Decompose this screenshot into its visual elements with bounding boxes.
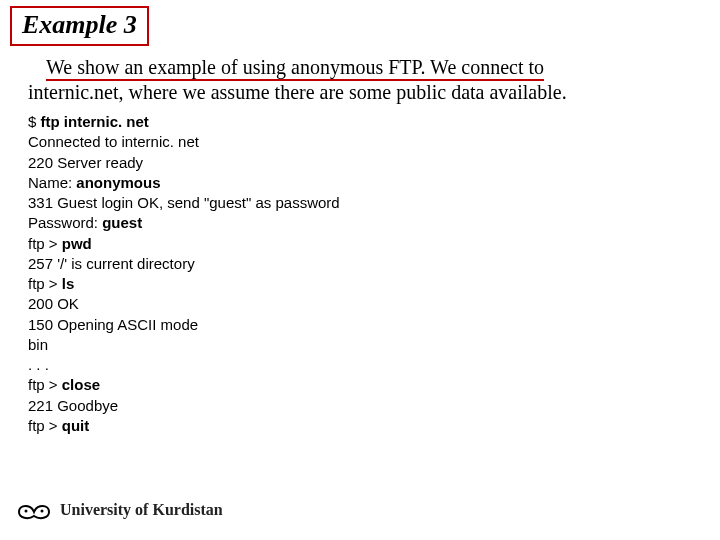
- term-line: Connected to internic. net: [28, 132, 340, 152]
- term-line: 257 '/' is current directory: [28, 254, 340, 274]
- term-line: 150 Opening ASCII mode: [28, 315, 340, 335]
- university-logo-icon: [16, 498, 52, 522]
- example-title: Example 3: [22, 10, 137, 39]
- term-line: . . .: [28, 355, 340, 375]
- body-line-2: internic.net, where we assume there are …: [28, 81, 567, 103]
- footer-org: University of Kurdistan: [60, 501, 223, 519]
- body-paragraph: We show an example of using anonymous FT…: [28, 55, 700, 105]
- footer: University of Kurdistan: [16, 498, 223, 522]
- svg-point-0: [25, 510, 28, 513]
- example-header-box: Example 3: [10, 6, 149, 46]
- term-line: 221 Goodbye: [28, 396, 340, 416]
- term-line: ftp > ls: [28, 274, 340, 294]
- term-line: $ ftp internic. net: [28, 112, 340, 132]
- term-line: bin: [28, 335, 340, 355]
- terminal-output: $ ftp internic. net Connected to interni…: [28, 112, 340, 436]
- term-line: Name: anonymous: [28, 173, 340, 193]
- term-line: ftp > pwd: [28, 234, 340, 254]
- term-line: 220 Server ready: [28, 153, 340, 173]
- svg-point-1: [41, 510, 44, 513]
- term-line: 200 OK: [28, 294, 340, 314]
- term-line: ftp > close: [28, 375, 340, 395]
- term-line: ftp > quit: [28, 416, 340, 436]
- body-line-1: We show an example of using anonymous FT…: [46, 56, 544, 81]
- term-line: Password: guest: [28, 213, 340, 233]
- term-line: 331 Guest login OK, send "guest" as pass…: [28, 193, 340, 213]
